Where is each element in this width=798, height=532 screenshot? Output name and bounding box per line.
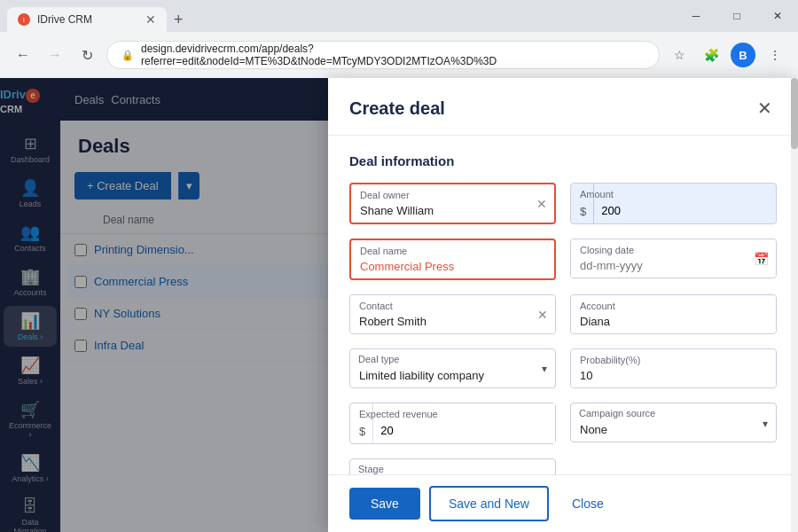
profile-button[interactable]: B: [731, 43, 755, 67]
close-button[interactable]: Close: [558, 488, 618, 520]
modal-scrollbar-thumb[interactable]: [791, 78, 798, 149]
campaign-source-select[interactable]: None Email Phone Web: [570, 403, 777, 442]
form-row-5: Expected revenue $ Campaign source None …: [349, 403, 777, 444]
extensions-button[interactable]: 🧩: [699, 43, 724, 67]
contact-group: Contact ✕: [349, 294, 556, 334]
deal-owner-clear-button[interactable]: ✕: [536, 197, 547, 211]
modal-header: Create deal ✕: [328, 78, 798, 136]
reload-button[interactable]: ↻: [74, 43, 99, 67]
browser-tab[interactable]: i IDrive CRM ✕: [7, 7, 167, 32]
deal-name-group: Deal name: [349, 239, 556, 280]
form-row-1: Deal owner ✕ Amount $: [349, 183, 777, 224]
amount-input[interactable]: [594, 184, 776, 223]
closing-date-group: Closing date 📅: [570, 239, 777, 280]
tab-title: IDrive CRM: [37, 13, 92, 26]
new-tab-button[interactable]: +: [167, 7, 191, 32]
maximize-button[interactable]: □: [716, 0, 757, 32]
lock-icon: 🔒: [121, 50, 134, 61]
minimize-button[interactable]: ─: [676, 0, 716, 32]
save-button[interactable]: Save: [349, 488, 420, 520]
expected-revenue-label: Expected revenue: [359, 409, 438, 419]
stage-group: Stage Qualification Needs Analysis Value…: [349, 458, 556, 474]
bookmark-button[interactable]: ☆: [667, 43, 692, 67]
deal-type-group: Deal type Limited liability company Part…: [349, 348, 556, 388]
probability-label: Probability(%): [580, 355, 640, 365]
menu-button[interactable]: ⋮: [763, 43, 787, 67]
campaign-source-group: Campaign source None Email Phone Web ▾: [570, 403, 777, 444]
amount-label: Amount: [580, 189, 614, 200]
deal-name-label: Deal name: [360, 246, 407, 256]
tab-favicon: i: [18, 13, 30, 26]
account-label: Account: [580, 301, 615, 311]
deal-owner-group: Deal owner ✕: [349, 183, 556, 224]
address-bar[interactable]: 🔒 design.devidrivecrm.com/app/deals?refe…: [106, 41, 660, 69]
account-group: Account: [570, 294, 777, 334]
close-window-button[interactable]: ✕: [757, 0, 798, 32]
closing-date-label: Closing date: [580, 245, 634, 255]
probability-group: Probability(%): [570, 348, 777, 388]
form-row-3: Contact ✕ Account: [349, 294, 777, 334]
form-row-2: Deal name Closing date 📅: [349, 239, 777, 280]
modal-close-button[interactable]: ✕: [752, 96, 777, 121]
modal-footer: Save Save and New Close: [328, 474, 798, 532]
create-deal-modal: Create deal ✕ Deal information Deal owne…: [328, 78, 798, 532]
url-text: design.devidrivecrm.com/app/deals?referr…: [141, 43, 645, 67]
tab-close-button[interactable]: ✕: [145, 12, 156, 27]
form-row-4: Deal type Limited liability company Part…: [349, 348, 777, 388]
form-row-6: Stage Qualification Needs Analysis Value…: [349, 458, 777, 474]
deal-info-section-title: Deal information: [349, 153, 777, 168]
amount-group: Amount $: [570, 183, 777, 224]
stage-select[interactable]: Qualification Needs Analysis Value Propo…: [349, 458, 556, 474]
modal-scrollbar-track: [791, 78, 798, 532]
expected-revenue-group: Expected revenue $: [349, 403, 556, 444]
contact-clear-button[interactable]: ✕: [537, 308, 548, 322]
forward-button[interactable]: →: [43, 43, 67, 67]
contact-label: Contact: [359, 301, 393, 311]
deal-type-select[interactable]: Limited liability company Partnership So…: [349, 348, 556, 388]
modal-body: Deal information Deal owner ✕ Amount $: [328, 136, 798, 474]
modal-title: Create deal: [349, 98, 445, 119]
deal-owner-label: Deal owner: [360, 190, 410, 200]
back-button[interactable]: ←: [11, 43, 35, 67]
calendar-button[interactable]: 📅: [754, 252, 769, 266]
save-and-new-button[interactable]: Save and New: [429, 486, 549, 521]
